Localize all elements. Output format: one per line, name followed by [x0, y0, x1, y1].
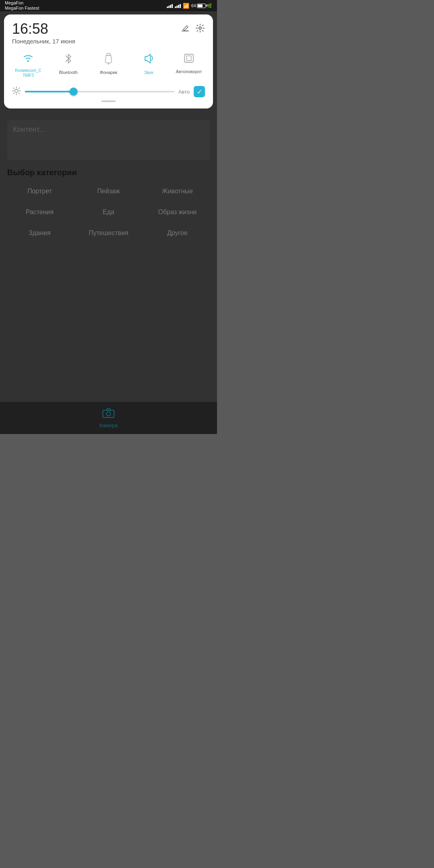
flashlight-icon [104, 53, 113, 68]
quick-settings-panel: 16:58 Понедельник, 17 июня [4, 14, 213, 108]
panel-header: 16:58 Понедельник, 17 июня [12, 22, 205, 45]
quick-panel-wrapper: 16:58 Понедельник, 17 июня [0, 11, 217, 112]
bar3 [170, 5, 171, 8]
signal-bars-2 [175, 3, 181, 8]
carrier-info: MegaFon MegaFon Fastest [5, 0, 39, 11]
wifi-label: Rostelecom_C768F3 [15, 68, 41, 78]
svg-point-4 [27, 60, 29, 62]
brightness-icon [12, 86, 21, 97]
slider-filled-track [25, 91, 73, 92]
bar2 [168, 6, 170, 8]
toggle-bluetooth[interactable]: Bluetooth [52, 53, 84, 75]
settings-icon[interactable] [195, 23, 205, 35]
brightness-slider[interactable] [25, 91, 174, 92]
sound-label: Звук [144, 70, 154, 75]
carrier-name: MegaFon [5, 0, 39, 6]
bluetooth-label: Bluetooth [59, 70, 78, 75]
flashlight-label: Фонарик [100, 70, 117, 75]
svg-line-17 [14, 93, 14, 94]
signal-bars-1 [167, 3, 173, 8]
bar4 [180, 4, 181, 8]
auto-brightness-checkbox[interactable]: ✓ [194, 86, 205, 97]
svg-rect-7 [184, 54, 193, 62]
clock-time: 16:58 [12, 22, 75, 36]
bluetooth-icon [64, 53, 73, 68]
toggles-row: Rostelecom_C768F3 Bluetooth [12, 53, 205, 78]
svg-line-16 [19, 88, 20, 88]
svg-point-3 [199, 27, 201, 29]
panel-drag-handle[interactable] [101, 100, 116, 102]
time-block: 16:58 Понедельник, 17 июня [12, 22, 75, 45]
svg-point-9 [15, 89, 18, 92]
bar1 [167, 6, 168, 8]
header-actions [181, 22, 205, 35]
auto-label: Авто [178, 89, 190, 95]
toggle-sound[interactable]: Звук [133, 53, 165, 75]
brightness-row: Авто ✓ [12, 86, 205, 97]
clock-date: Понедельник, 17 июня [12, 38, 75, 45]
toggle-autorotate[interactable]: Автоповорот [173, 53, 205, 74]
bar2 [176, 6, 178, 8]
wifi-icon [22, 53, 34, 66]
sound-icon [143, 53, 154, 68]
autorotate-icon [183, 53, 195, 67]
edit-icon[interactable] [181, 24, 190, 35]
wifi-status-icon: 📶 [183, 3, 189, 9]
svg-line-14 [14, 88, 14, 88]
bar4 [172, 4, 173, 8]
autorotate-label: Автоповорот [176, 69, 202, 74]
battery-fill [198, 4, 203, 7]
battery-indicator: 64 🌿 [191, 3, 212, 8]
status-icons: 📶 64 🌿 [167, 3, 212, 9]
svg-rect-8 [186, 56, 191, 61]
bar1 [175, 6, 176, 8]
slider-thumb[interactable] [70, 88, 78, 96]
toggle-flashlight[interactable]: Фонарик [92, 53, 125, 75]
bar3 [178, 5, 179, 8]
leaf-icon: 🌿 [207, 3, 212, 8]
status-bar: MegaFon MegaFon Fastest 📶 64 🌿 [0, 0, 217, 11]
carrier-type: MegaFon Fastest [5, 6, 39, 11]
battery-rect [197, 4, 206, 8]
battery-percent: 64 [191, 3, 196, 8]
svg-line-15 [19, 93, 20, 94]
toggle-wifi[interactable]: Rostelecom_C768F3 [12, 53, 44, 78]
